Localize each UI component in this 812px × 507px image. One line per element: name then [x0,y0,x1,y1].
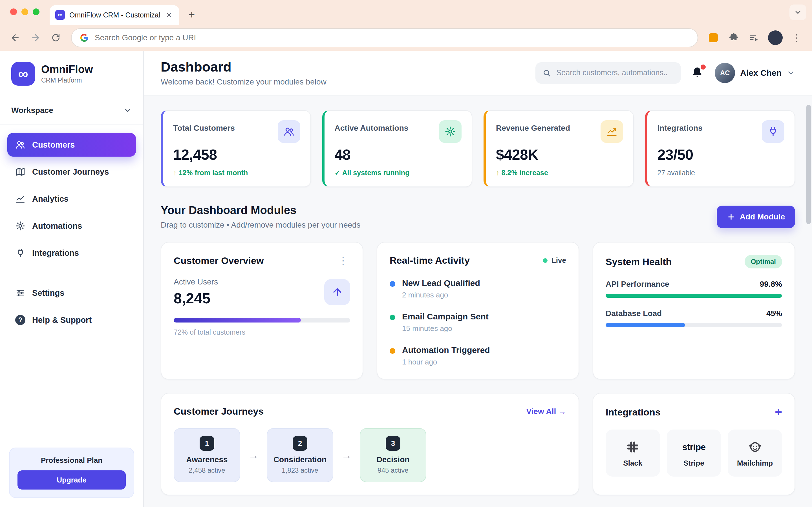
browser-profile-avatar[interactable] [768,31,783,45]
progress-track [174,318,350,323]
stat-value: $428K [496,146,623,163]
brand-name: OmniFlow [41,63,93,75]
sidebar-item-label: Settings [32,288,64,298]
extensions-puzzle-icon[interactable] [725,29,742,46]
search-input[interactable] [556,68,674,77]
sidebar-divider [7,274,136,274]
sidebar-item-settings[interactable]: Settings [7,281,136,305]
upgrade-button[interactable]: Upgrade [17,470,126,490]
stat-delta: ↑ 8.2% increase [496,169,623,177]
sidebar-item-label: Customer Journeys [32,167,109,177]
stat-value: 12,458 [173,146,300,163]
trend-up-button[interactable] [324,279,350,305]
stat-delta: 27 available [658,169,784,177]
module-menu-icon[interactable]: ⋮ [336,255,350,266]
add-integration-icon[interactable]: + [775,406,782,418]
activity-item: Email Campaign Sent 15 minutes ago [390,312,566,333]
chevron-down-icon [794,8,802,16]
stage-label: Awareness [179,455,235,464]
forward-button[interactable] [27,29,44,46]
workspace-selector[interactable]: Workspace [0,96,143,125]
notifications-button[interactable] [691,66,705,80]
chart-icon [15,194,26,204]
stat-label: Integrations [658,124,703,133]
browser-menu-icon[interactable]: ⋮ [788,29,805,46]
tab-close-icon[interactable]: × [164,10,174,20]
integration-stripe[interactable]: stripe Stripe [667,430,721,476]
stat-label: Active Automations [335,124,409,133]
stats-row: Total Customers 12,458 ↑ 12% from last m… [161,110,795,187]
sidebar-item-label: Customers [32,140,75,150]
integrations-grid: Slack stripe Stripe Mailchimp [606,430,782,476]
live-label: Live [552,256,566,265]
stage-number: 1 [200,436,214,451]
stage-label: Decision [365,455,421,464]
integration-slack[interactable]: Slack [606,430,660,476]
event-time: 1 hour ago [402,358,490,367]
progress-fill [174,318,301,323]
integration-mailchimp[interactable]: Mailchimp [728,430,782,476]
live-dot-icon [543,258,548,263]
progress-track [606,323,782,327]
zoom-window-button[interactable] [33,8,40,15]
reload-button[interactable] [47,29,64,46]
back-button[interactable] [7,29,24,46]
stat-delta: ↑ 12% from last month [173,169,300,177]
journey-stage-awareness[interactable]: 1 Awareness 2,458 active [174,428,240,482]
tab-favicon: ∞ [55,10,65,20]
stage-label: Consideration [272,455,328,464]
page-subtitle: Welcome back! Customize your modules bel… [161,77,326,87]
sidebar-item-help-support[interactable]: ? Help & Support [7,308,136,332]
dashboard-content: Total Customers 12,458 ↑ 12% from last m… [144,96,812,507]
workspace-label: Workspace [11,106,53,115]
browser-tab[interactable]: ∞ OmniFlow CRM - Customizab × [50,5,179,25]
minimize-window-button[interactable] [21,8,28,15]
module-customer-overview: Customer Overview ⋮ Active Users 8,245 [161,242,363,379]
address-bar[interactable] [71,28,698,47]
event-dot-icon [390,315,395,320]
module-system-health: System Health Optimal API Performance 99… [593,242,795,379]
sidebar-item-automations[interactable]: Automations [7,214,136,238]
sidebar-item-label: Analytics [32,194,68,204]
modules-title: Your Dashboard Modules [161,204,361,217]
page-scrollbar[interactable] [806,105,811,224]
journey-stage-decision[interactable]: 3 Decision 945 active [360,428,426,482]
url-input[interactable] [95,33,690,42]
plan-name: Professional Plan [17,456,126,465]
map-icon [15,167,26,177]
plug-icon [15,248,26,258]
add-module-button[interactable]: Add Module [717,206,795,228]
module-title: Customer Overview [174,255,264,266]
journey-stage-consideration[interactable]: 2 Consideration 1,823 active [267,428,333,482]
sidebar-item-analytics[interactable]: Analytics [7,187,136,211]
global-search[interactable] [536,62,681,83]
extension-orange-icon[interactable] [705,29,722,46]
tab-search-button[interactable] [790,4,806,20]
integration-name: Mailchimp [731,459,779,467]
metric-label: Database Load [606,309,662,318]
sidebar-item-customers[interactable]: Customers [7,133,136,157]
browser-window: ∞ OmniFlow CRM - Customizab × + [0,0,812,507]
media-controls-icon[interactable] [746,29,762,46]
module-integrations: Integrations + Slack stripe Stripe [593,393,795,495]
sidebar-item-label: Integrations [32,248,79,258]
event-title: New Lead Qualified [402,278,480,288]
progress-caption: 72% of total customers [174,328,350,336]
chevron-down-icon [123,106,132,115]
user-menu[interactable]: AC Alex Chen [715,63,795,83]
stat-value: 23/50 [658,146,784,163]
event-title: Automation Triggered [402,345,490,355]
new-tab-button[interactable]: + [184,7,200,22]
view-all-link[interactable]: View All → [526,407,566,416]
modules-subtitle: Drag to customize • Add/remove modules p… [161,221,361,230]
sidebar-item-integrations[interactable]: Integrations [7,241,136,265]
chevron-down-icon [786,69,795,77]
close-window-button[interactable] [10,8,17,15]
user-avatar: AC [715,63,735,83]
sidebar-item-customer-journeys[interactable]: Customer Journeys [7,160,136,184]
progress-fill [606,323,685,327]
trend-icon [601,120,623,143]
event-time: 2 minutes ago [402,291,480,299]
module-title: System Health [606,256,672,267]
integration-name: Stripe [670,459,718,467]
